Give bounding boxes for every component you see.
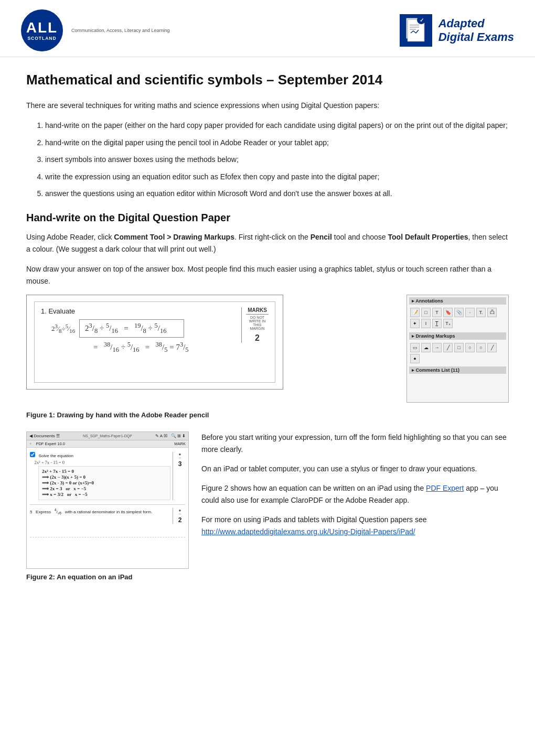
list-item: hand-write on the digital paper using th… (45, 137, 509, 148)
list-item: answer the questions using an equation e… (45, 188, 509, 199)
tool-sticky-note[interactable]: 📝 (410, 308, 420, 317)
handwritten-math: 23⁄8÷5⁄16 23/8 ÷ 5/16 = 19/8 ÷ 5/16 = 38… (51, 319, 236, 354)
ipad-screenshot: ◀ Documents ☰ NS_SGP_Maths-Paper1-DQP ✎ … (26, 431, 189, 569)
ipad-content: Solve the equation 2x² + 7x - 15 = 0 2x²… (27, 448, 188, 568)
pdf-expert-link[interactable]: PDF Expert (426, 484, 464, 492)
all-scotland-logo: ALL Scotland Communication, Access, Lite… (21, 9, 170, 51)
tool-textbox[interactable]: T. (476, 308, 486, 317)
figure2-para1: Before you start writing your expression… (201, 431, 509, 456)
ade-svg-icon: ✓ (405, 17, 426, 44)
annotations-panel: ▸ Annotations 📝 □ T 🔖 📎 · T. 凸 ✦ I T̲ Tₓ… (406, 295, 509, 403)
dm-square[interactable]: □ (454, 343, 464, 352)
tool-stamp[interactable]: 🔖 (443, 308, 453, 317)
figure1-caption: Figure 1: Drawing by hand with the Adobe… (26, 411, 509, 419)
svg-rect-4 (410, 29, 416, 30)
svg-text:✓: ✓ (420, 17, 424, 23)
figure1-container: 1. Evaluate 23⁄8÷5⁄16 23/8 ÷ 5/16 = 19/8… (26, 295, 509, 403)
main-content: Mathematical and scientific symbols – Se… (0, 72, 535, 610)
exam-paper-mockup: 1. Evaluate 23⁄8÷5⁄16 23/8 ÷ 5/16 = 19/8… (26, 295, 283, 390)
comments-list-area (409, 374, 506, 400)
dm-cloud[interactable]: ☁ (421, 343, 431, 352)
ipad-nav-row: + PDF Expert 10.0 MARK (27, 440, 188, 448)
section1-para1: Using Adobe Reader, click Comment Tool >… (26, 231, 509, 255)
figure2-para4: For more on using iPads and tablets with… (201, 514, 509, 538)
figure2-para3: Figure 2 shows how an equation can be wr… (201, 482, 509, 506)
figure2-para2: On an iPad or tablet computer, you can u… (201, 463, 509, 475)
section1-para2: Now draw your answer on top of the answe… (26, 263, 509, 287)
svg-rect-2 (410, 25, 419, 26)
ipad-back-btn[interactable]: ◀ Documents ☰ (29, 434, 60, 438)
tool-underline[interactable]: T̲ (432, 319, 442, 328)
techniques-list: hand-write on the paper (either on the h… (45, 120, 509, 199)
logo-all-text: ALL (26, 20, 58, 35)
dm-eraser[interactable]: ● (410, 354, 420, 363)
ipad-handwritten-area: 2x² + 7x - 15 = 0 ⟹ (2x − 3)(x + 5) = 0 … (38, 466, 170, 500)
ipad-next-question: 5 Express 4/√6 with a rational denominat… (30, 504, 185, 537)
ipad-answer-space (30, 527, 185, 537)
figure2-right-text: Before you start writing your expression… (201, 431, 509, 546)
tool-replace[interactable]: Tₓ (443, 319, 453, 328)
tool-bold[interactable]: I (421, 319, 431, 328)
figure2-caption: Figure 2: An equation on an iPad (26, 573, 189, 581)
ade-logo: ✓ Adapted Digital Exams (400, 14, 514, 47)
drawing-markups-toolbar[interactable]: ▭ ☁ → ╱ □ ○ ○ ╱ ● (409, 342, 506, 364)
ipad-question-text: Solve the equation (30, 452, 170, 458)
exam-marks-row: 1. Evaluate 23⁄8÷5⁄16 23/8 ÷ 5/16 = 19/8… (41, 307, 269, 354)
tool-callout[interactable]: 凸 (487, 308, 497, 317)
ipad-right-icons[interactable]: ✎ A ☒ 🔍 ⊞ ⬇ (155, 434, 186, 438)
ipad-screenshot-container: ◀ Documents ☰ NS_SGP_Maths-Paper1-DQP ✎ … (26, 431, 189, 581)
dm-polygon[interactable]: ○ (476, 343, 486, 352)
list-item: write the expression using an equation e… (45, 171, 509, 182)
marks-do-not: DO NOTWRITE INTHISMARGIN (249, 316, 266, 330)
logo-scotland-text: Scotland (27, 36, 56, 41)
exam-question-area: 1. Evaluate 23⁄8÷5⁄16 23/8 ÷ 5/16 = 19/8… (41, 307, 241, 354)
exam-paper-section: 1. Evaluate 23⁄8÷5⁄16 23/8 ÷ 5/16 = 19/8… (26, 295, 398, 390)
drawing-markups-header: ▸ Drawing Markups (409, 332, 506, 340)
section1-title: Hand-write on the Digital Question Paper (26, 212, 509, 224)
ade-icon: ✓ (400, 14, 432, 47)
ipad-toolbar: ◀ Documents ☰ NS_SGP_Maths-Paper1-DQP ✎ … (27, 432, 188, 440)
dm-pencil[interactable]: ╱ (487, 343, 497, 352)
marks-box: MARKS DO NOTWRITE INTHISMARGIN 2 (241, 307, 269, 343)
annotations-header: ▸ Annotations (409, 297, 506, 305)
ipad-marks-col-3: ● 3 (173, 452, 185, 500)
list-item: hand-write on the paper (either on the h… (45, 120, 509, 131)
ade-title: Adapted Digital Exams (438, 17, 514, 45)
logo-tagline: Communication, Access, Literacy and Lear… (71, 28, 170, 33)
page-title: Mathematical and scientific symbols – Se… (26, 72, 509, 88)
ipad-checkbox[interactable] (30, 452, 35, 457)
ipad-marks-col-2: ● 2 (173, 508, 185, 524)
comments-list-header: ▸ Comments List (11) (409, 366, 506, 374)
exam-paper-inner: 1. Evaluate 23⁄8÷5⁄16 23/8 ÷ 5/16 = 19/8… (34, 301, 275, 383)
svg-rect-3 (410, 27, 419, 28)
dm-rect[interactable]: ▭ (410, 343, 420, 352)
annotations-toolbar[interactable]: 📝 □ T 🔖 📎 · T. 凸 ✦ I T̲ Tₓ (409, 307, 506, 329)
tool-strikethrough[interactable]: ✦ (410, 319, 420, 328)
logo-circle: ALL Scotland (21, 9, 63, 51)
list-item: insert symbols into answer boxes using t… (45, 154, 509, 165)
dm-circle[interactable]: ○ (465, 343, 475, 352)
dm-arrow[interactable]: → (432, 343, 442, 352)
marks-label: MARKS (246, 307, 269, 315)
dm-line[interactable]: ╱ (443, 343, 453, 352)
page-header: ALL Scotland Communication, Access, Lite… (0, 0, 535, 57)
ipad-math-eq: 2x² + 7x - 15 = 0 (30, 460, 170, 465)
figure2-section: ◀ Documents ☰ NS_SGP_Maths-Paper1-DQP ✎ … (26, 431, 509, 581)
ipad-file-label: NS_SGP_Maths-Paper1-DQP (83, 434, 132, 438)
exam-question-label: 1. Evaluate (41, 307, 236, 315)
ipad-question-area: Solve the equation 2x² + 7x - 15 = 0 2x²… (30, 452, 185, 500)
tool-attach[interactable]: 📎 (454, 308, 464, 317)
tool-text[interactable]: T (432, 308, 442, 317)
tool-sound[interactable]: · (465, 308, 475, 317)
ipad-link[interactable]: http://www.adapteddigitalexams.org.uk/Us… (201, 527, 415, 536)
marks-value: 2 (255, 333, 260, 343)
tool-highlight[interactable]: □ (421, 308, 431, 317)
intro-text: There are several techniques for writing… (26, 100, 509, 111)
